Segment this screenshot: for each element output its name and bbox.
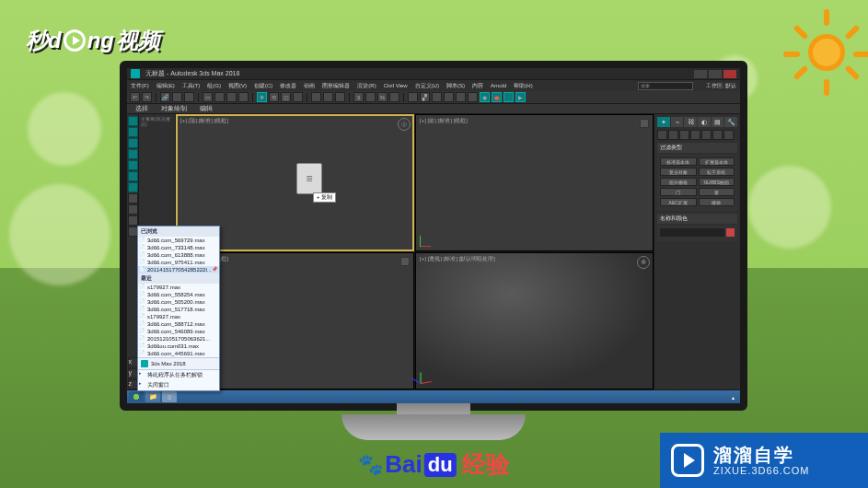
jumplist-item[interactable]: 3d66.com_505200.max [138, 298, 219, 306]
system-tray[interactable]: ▴ [732, 394, 738, 401]
ribbon-tool-x[interactable]: x [128, 357, 138, 367]
viewport-perspective[interactable]: [+] [透视] [标准] [默认明暗处理] ☸ [415, 252, 654, 389]
motion-tab[interactable]: ◐ [698, 117, 711, 127]
jumplist-item[interactable]: 3d66ou.com031.max [138, 343, 219, 350]
menu-item[interactable]: 创建(C) [254, 82, 272, 90]
curve-editor-button[interactable] [456, 92, 466, 102]
hierarchy-tab[interactable]: ⛓ [684, 117, 697, 127]
angle-snap-button[interactable] [365, 92, 376, 102]
coord-y-field[interactable] [321, 403, 362, 411]
select-button[interactable]: ▭ [203, 92, 213, 102]
type-button[interactable]: NURBS曲面 [699, 178, 735, 186]
type-button[interactable]: 楼梯 [699, 198, 735, 206]
search-input[interactable]: 搜索 [638, 82, 693, 90]
ribbon-tool[interactable] [128, 193, 138, 203]
unlink-button[interactable] [172, 92, 182, 102]
ribbon-tool[interactable] [128, 149, 138, 159]
select-name-button[interactable] [214, 92, 225, 102]
modify-tab[interactable]: ⌁ [671, 117, 684, 127]
color-swatch[interactable] [726, 228, 735, 237]
percent-snap-button[interactable]: % [377, 92, 388, 102]
ribbon-tool-z[interactable]: z [128, 379, 138, 389]
type-button[interactable]: 门 [660, 188, 697, 196]
ribbon-tab[interactable]: 编辑 [194, 104, 218, 113]
steering-wheel-icon[interactable]: ☸ [637, 256, 650, 269]
rotate-button[interactable]: ⟲ [269, 92, 279, 102]
jumplist-item[interactable]: 3d66.com_546089.max [138, 328, 219, 335]
shading-menu-icon[interactable]: ◎ [398, 118, 411, 131]
tray-icon[interactable]: ▴ [732, 394, 735, 401]
jumplist-item[interactable]: 3d66.com_558254.max [138, 291, 219, 298]
utilities-tab[interactable]: 🔧 [724, 117, 737, 127]
jumplist-item[interactable]: 3d66.com_517718.max [138, 306, 219, 313]
menu-item[interactable]: 文件(F) [131, 82, 149, 90]
render-setup-button[interactable]: 🫖 [492, 92, 502, 102]
jumplist-app-row[interactable]: 3ds Max 2018 [138, 357, 219, 369]
redo-button[interactable]: ↷ [142, 92, 152, 102]
menu-item[interactable]: 工具(T) [182, 82, 201, 90]
window-crossing-button[interactable] [238, 92, 249, 102]
name-input[interactable] [660, 228, 724, 237]
jumplist-item[interactable]: s179927.max [138, 284, 219, 291]
rollout-header[interactable]: 名称和颜色 [657, 214, 737, 224]
cameras-icon[interactable] [690, 130, 700, 140]
align-button[interactable] [432, 92, 442, 102]
type-button[interactable]: 粒子系统 [699, 168, 735, 176]
menu-item[interactable]: Arnold [491, 83, 506, 88]
type-button[interactable]: 窗 [699, 188, 735, 196]
display-tab[interactable]: ▤ [712, 117, 724, 127]
geometry-icon[interactable] [657, 130, 667, 140]
placement-button[interactable] [293, 92, 303, 102]
ribbon-tool[interactable] [128, 227, 138, 237]
render-button[interactable]: ▶ [515, 92, 526, 102]
pivot-button[interactable] [323, 92, 333, 102]
viewport-label[interactable]: [+] [顶] [标准] [线框] [180, 117, 228, 125]
shapes-icon[interactable] [668, 130, 678, 140]
menu-item[interactable]: 内容 [472, 82, 483, 90]
rollout-header[interactable]: 过滤类型 [657, 143, 737, 153]
script-listener[interactable]: 点击或单击并拖动以选择对象 [131, 403, 260, 412]
scale-button[interactable]: ◫ [281, 92, 291, 102]
select-region-button[interactable] [226, 92, 237, 102]
drag-file-icon[interactable] [296, 163, 322, 194]
menu-item[interactable]: 动画 [304, 82, 315, 90]
manip-button[interactable] [335, 92, 345, 102]
bind-button[interactable] [184, 92, 194, 102]
spacewarp-icon[interactable] [712, 130, 723, 140]
snap-button[interactable]: 3 [353, 92, 364, 102]
viewport-front[interactable]: [+] [前] [标准] [线框] [415, 114, 654, 251]
ribbon-tool[interactable] [128, 138, 138, 148]
layer-button[interactable] [444, 92, 454, 102]
jumplist-item[interactable]: 3d66.com_445691.max [138, 350, 219, 357]
jumplist-item-selected[interactable]: 2011415177054285222l... [138, 266, 219, 273]
create-tab[interactable]: ✦ [657, 117, 670, 127]
link-button[interactable]: 🔗 [160, 92, 170, 102]
menu-item[interactable]: 视图(V) [228, 82, 247, 90]
move-button[interactable]: ✥ [257, 92, 267, 102]
type-button[interactable]: AEC扩展 [660, 198, 697, 206]
helpers-icon[interactable] [701, 130, 712, 140]
maximize-button[interactable] [709, 70, 722, 78]
viewcube-icon[interactable] [400, 257, 410, 266]
undo-button[interactable]: ↶ [130, 92, 140, 102]
refcoord-button[interactable] [311, 92, 321, 102]
jumplist-item[interactable]: s179927.max [138, 313, 219, 320]
workspace-label[interactable]: 工作区: 默认 [706, 82, 736, 90]
viewport-label[interactable]: [+] [透视] [标准] [默认明暗处理] [420, 255, 495, 263]
material-editor-button[interactable]: ◉ [480, 92, 490, 102]
minimize-button[interactable] [694, 70, 707, 78]
spinner-snap-button[interactable] [389, 92, 399, 102]
schematic-button[interactable] [468, 92, 478, 102]
ribbon-tool[interactable] [128, 182, 138, 192]
menu-item[interactable]: 图形编辑器 [322, 82, 350, 90]
jumplist-item[interactable]: 3d66.com_733148.max [138, 244, 219, 251]
menu-item[interactable]: Civil View [384, 83, 408, 88]
type-button[interactable]: 标准基本体 [660, 157, 697, 166]
ribbon-tool[interactable] [128, 116, 138, 126]
viewcube-icon[interactable] [640, 119, 649, 128]
jumplist-close-window[interactable]: 关闭窗口 [138, 380, 219, 390]
jumplist-unpin[interactable]: 将此程序从任务栏解锁 [138, 370, 219, 380]
menu-item[interactable]: 帮助(H) [514, 82, 532, 90]
type-button[interactable]: 复合对象 [660, 168, 697, 176]
start-button[interactable] [129, 391, 144, 402]
